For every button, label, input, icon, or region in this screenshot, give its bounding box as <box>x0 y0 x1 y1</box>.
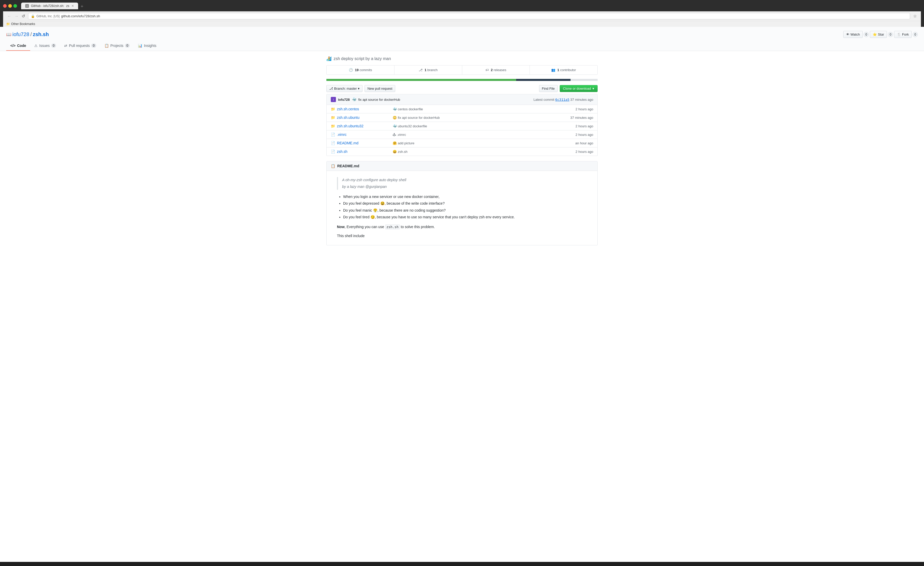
other-bookmarks[interactable]: 📁 Other Bookmarks <box>6 22 35 26</box>
eye-icon: 👁 <box>846 33 849 36</box>
tab-code[interactable]: </> Code <box>6 41 30 51</box>
tab-insights[interactable]: 📊 Insights <box>134 41 160 51</box>
file-emoji: 😳 <box>393 116 397 120</box>
file-commit-msg: 🐳centos dockerfile <box>388 107 562 111</box>
bookmarks-icon: 📁 <box>6 22 10 26</box>
releases-stat[interactable]: 🏷 2 releases <box>462 66 530 75</box>
file-row-5: 📄 zsh.sh 😄zsh.sh 2 hours ago <box>327 147 597 156</box>
file-row-1: 📁 zsh.sh.ubuntu 😳fix apt source for dock… <box>327 114 597 122</box>
separator: / <box>30 31 32 37</box>
branch-selector[interactable]: ⎇ Branch: master ▾ <box>326 85 363 92</box>
new-tab-button[interactable]: + <box>79 4 86 9</box>
file-name-link[interactable]: README.md <box>337 141 388 145</box>
titlebar: G GitHub - iofu728/zsh.sh: zs ✕ + <box>3 3 921 9</box>
commit-message[interactable]: fix apt source for dockerHub <box>358 98 400 102</box>
readme-header: 📋 README.md <box>327 161 597 171</box>
contributors-icon: 👥 <box>551 68 555 72</box>
file-icon: 📄 <box>331 141 335 145</box>
url-text: github.com/iofu728/zsh.sh <box>61 14 100 18</box>
file-time: 2 hours ago <box>562 124 593 128</box>
tab-close-icon[interactable]: ✕ <box>71 4 74 8</box>
commits-count: 19 <box>355 68 358 72</box>
repo-actions: 👁 Watch 0 ⭐ Star 0 🍴 Fork 0 <box>843 31 918 38</box>
minimize-button[interactable] <box>8 4 12 8</box>
tab-pullrequests[interactable]: ⇄ Pull requests 0 <box>60 41 100 51</box>
file-table: 📁 zsh.sh.centos 🐳centos dockerfile 2 hou… <box>326 105 598 156</box>
watch-count: 0 <box>864 32 869 37</box>
tab-favicon: G <box>25 4 29 8</box>
tab-projects[interactable]: 📋 Projects 0 <box>100 41 134 51</box>
address-bar[interactable]: 🔒 GitHub, Inc. [US] github.com/iofu728/z… <box>28 13 910 19</box>
latest-commit-label: Latest commit <box>533 98 554 102</box>
branch-label: Branch: master <box>334 87 357 90</box>
file-emoji: 🐳 <box>393 124 397 128</box>
bookmark-button[interactable]: ☆ <box>912 13 918 19</box>
fork-count: 0 <box>913 32 918 37</box>
refresh-button[interactable]: ↺ <box>21 13 26 19</box>
file-toolbar-left: ⎇ Branch: master ▾ New pull request <box>326 85 395 92</box>
file-emoji: 🐳 <box>393 107 397 111</box>
file-emoji: 😄 <box>393 150 397 154</box>
branches-label: branch <box>427 68 438 72</box>
browser-toolbar: ← → ↺ 🔒 GitHub, Inc. [US] github.com/iof… <box>3 11 921 21</box>
readme-title: README.md <box>337 164 359 168</box>
file-row-2: 📁 zsh.sh.ubuntu32 🐳ubuntu32 dockerfile 2… <box>327 122 597 130</box>
clone-or-download-button[interactable]: Clone or download ▾ <box>560 85 598 92</box>
repo-title: 📖 iofu728 / zsh.sh <box>6 31 49 37</box>
commit-author-name[interactable]: iofu728 <box>338 98 350 102</box>
repo-owner-link[interactable]: iofu728 <box>12 31 29 37</box>
commits-stat[interactable]: 🕐 19 commits <box>327 66 394 75</box>
commit-sha-link[interactable]: 6c311a5 <box>555 98 570 102</box>
forward-button[interactable]: → <box>14 13 20 19</box>
maximize-button[interactable] <box>14 4 17 8</box>
contributors-label: contributor <box>560 68 576 72</box>
active-tab[interactable]: G GitHub - iofu728/zsh.sh: zs ✕ <box>21 3 78 9</box>
branch-icon: ⎇ <box>329 87 333 90</box>
list-item: Do you feel depressed 😫, because of the … <box>343 201 587 206</box>
tab-bar: G GitHub - iofu728/zsh.sh: zs ✕ + <box>21 3 86 9</box>
contributors-stat[interactable]: 👥 1 contributor <box>530 66 597 75</box>
branches-stat[interactable]: ⎇ 1 branch <box>394 66 462 75</box>
commits-icon: 🕐 <box>349 68 353 72</box>
tab-insights-label: Insights <box>144 43 156 48</box>
file-name-link[interactable]: zsh.sh.ubuntu <box>337 115 388 120</box>
repo-header: 📖 iofu728 / zsh.sh 👁 Watch 0 ⭐ Star 0 🍴 <box>0 27 924 51</box>
star-button[interactable]: ⭐ Star <box>870 31 887 38</box>
close-button[interactable] <box>3 4 7 8</box>
avatar-text: i <box>333 98 334 101</box>
tab-issues[interactable]: ⚠ Issues 0 <box>30 41 60 51</box>
readme-highlight: Now, Everything you can use zsh.sh to so… <box>337 224 587 230</box>
file-name-link[interactable]: .vimrc <box>337 132 388 136</box>
folder-icon: 📁 <box>331 107 335 111</box>
file-emoji: 🤗 <box>393 141 397 145</box>
folder-icon: 📁 <box>331 124 335 128</box>
readme-icon: 📋 <box>331 164 335 168</box>
nav-buttons: ← → ↺ <box>6 13 26 19</box>
file-time: 2 hours ago <box>562 107 593 111</box>
watch-button[interactable]: 👁 Watch <box>843 31 862 38</box>
file-name-link[interactable]: zsh.sh <box>337 150 388 154</box>
list-item: When you login a new servicer or use new… <box>343 194 587 199</box>
file-commit-msg: 😳fix apt source for dockerHub <box>388 116 562 120</box>
file-name-link[interactable]: zsh.sh.ubuntu32 <box>337 124 388 128</box>
find-file-button[interactable]: Find File <box>539 85 558 92</box>
file-commit-msg: 🤗add picture <box>388 141 562 145</box>
file-name-link[interactable]: zsh.sh.centos <box>337 107 388 111</box>
commit-emoji: 🐳 <box>352 97 356 102</box>
file-row-4: 📄 README.md 🤗add picture an hour ago <box>327 139 597 147</box>
new-pull-request-button[interactable]: New pull request <box>364 85 395 92</box>
tab-issues-label: Issues <box>39 43 50 48</box>
file-time: an hour ago <box>562 141 593 145</box>
commit-info-right: Latest commit 6c311a5 37 minutes ago <box>533 98 593 102</box>
code-icon: </> <box>10 43 15 48</box>
readme-tagline1: A oh-my-zsh configure auto deploy shell <box>342 177 587 183</box>
browser-chrome: G GitHub - iofu728/zsh.sh: zs ✕ + ← → ↺ … <box>0 0 924 27</box>
back-button[interactable]: ← <box>6 13 12 19</box>
fork-button[interactable]: 🍴 Fork <box>894 31 912 38</box>
commit-author-avatar[interactable]: i <box>331 97 336 102</box>
repo-name-link[interactable]: zsh.sh <box>33 31 49 37</box>
url-provider: GitHub, Inc. [US] <box>36 15 60 18</box>
file-commit-msg: 🕹.vimrc <box>388 133 562 136</box>
file-toolbar-right: Find File Clone or download ▾ <box>539 85 598 92</box>
pr-count: 0 <box>91 43 96 48</box>
